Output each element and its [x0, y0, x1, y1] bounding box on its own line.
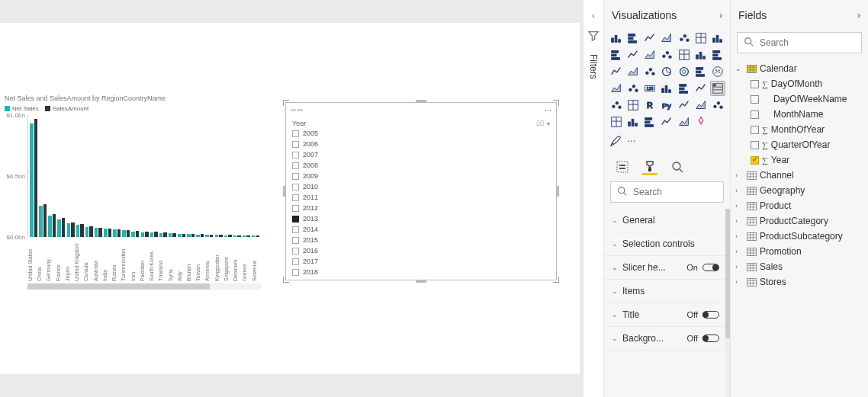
viz-type-clustered-bar-v[interactable]	[659, 30, 674, 46]
checkbox-icon[interactable]	[292, 173, 299, 180]
bar[interactable]	[67, 223, 71, 237]
report-canvas[interactable]: Net Sales and SalesAmount by RegionCount…	[0, 0, 583, 397]
field-row[interactable]: DayOfWeekName	[734, 91, 865, 107]
viz-type-r-visual[interactable]: Py	[659, 98, 674, 113]
clear-selections-icon[interactable]: ⌧	[536, 120, 544, 127]
bar-group[interactable]	[131, 115, 139, 237]
field-checkbox[interactable]	[751, 80, 759, 88]
viz-type-filled-map[interactable]	[609, 81, 624, 96]
viz-type-100-bar-h[interactable]	[677, 30, 692, 46]
chevron-down-icon[interactable]: ⌄	[612, 335, 618, 342]
viz-type-qa[interactable]	[625, 114, 641, 130]
viz-type-table[interactable]	[625, 98, 641, 113]
toggle-switch[interactable]	[702, 335, 719, 342]
slicer-item[interactable]: 2014	[292, 224, 550, 235]
viz-type-stacked-area[interactable]	[625, 47, 641, 62]
checkbox-icon[interactable]	[292, 248, 299, 255]
chevron-right-icon[interactable]: ›	[735, 217, 743, 225]
viz-type-multi-card[interactable]	[677, 81, 692, 96]
slicer-item[interactable]: 2010	[292, 181, 550, 192]
format-property-row[interactable]: ⌄Selection controls	[604, 232, 727, 256]
toggle-switch[interactable]	[702, 264, 719, 271]
checkbox-icon[interactable]	[292, 205, 299, 212]
checkbox-icon[interactable]	[292, 152, 299, 158]
viz-type-card[interactable]	[659, 81, 674, 96]
chevron-down-icon[interactable]: ⌄	[612, 240, 618, 248]
expand-filters-icon[interactable]: ‹	[592, 11, 595, 20]
bar[interactable]	[39, 206, 43, 237]
chart-horizontal-scrollbar[interactable]	[27, 283, 261, 290]
bar-group[interactable]	[113, 115, 121, 237]
viz-type-stacked-bar-v[interactable]	[625, 30, 641, 46]
slicer-item[interactable]: 2016	[292, 245, 550, 256]
fields-search-box[interactable]	[737, 32, 862, 53]
resize-handle-top-left[interactable]	[283, 100, 289, 106]
format-tab-icon[interactable]	[642, 158, 657, 175]
bar[interactable]	[127, 230, 130, 237]
viz-type-py-visual[interactable]	[677, 98, 692, 113]
viz-type-line[interactable]	[710, 30, 725, 46]
bar-group[interactable]	[95, 115, 102, 237]
slicer-dropdown-icon[interactable]: ▾	[547, 120, 550, 127]
bar[interactable]	[71, 223, 75, 237]
bar-group[interactable]	[187, 115, 194, 237]
chevron-right-icon[interactable]: ›	[735, 187, 743, 194]
chart-visual[interactable]: Net Sales and SalesAmount by RegionCount…	[5, 91, 264, 290]
slicer-item[interactable]: 2018	[292, 267, 550, 277]
bar-group[interactable]	[196, 115, 204, 237]
checkbox-icon[interactable]	[292, 216, 299, 223]
bar[interactable]	[80, 224, 84, 237]
viz-type-column-small[interactable]	[609, 64, 624, 79]
resize-handle-bottom-left[interactable]	[283, 277, 289, 283]
chevron-down-icon[interactable]: ⌄	[612, 311, 618, 319]
bar[interactable]	[57, 219, 61, 237]
slicer-item[interactable]: 2013	[292, 213, 550, 224]
bar[interactable]	[131, 232, 135, 237]
bar-group[interactable]	[122, 115, 130, 237]
viz-type-100-bar-v[interactable]	[693, 30, 709, 46]
slicer-item[interactable]: 2006	[292, 139, 550, 149]
format-property-row[interactable]: ⌄Slicer he...On	[604, 256, 727, 280]
resize-handle-right[interactable]	[557, 186, 559, 197]
fields-search-input[interactable]	[758, 37, 868, 49]
drag-grip-icon[interactable]: ══	[291, 106, 304, 114]
slicer-visual[interactable]: ══ ··· Year ⌧ ▾ 200520062007200820092010…	[285, 102, 557, 280]
viz-type-treemap[interactable]	[693, 64, 709, 79]
report-page[interactable]: Net Sales and SalesAmount by RegionCount…	[0, 23, 580, 374]
bar-group[interactable]	[141, 115, 149, 237]
bar-group[interactable]	[178, 115, 185, 237]
toggle-switch[interactable]	[702, 311, 719, 319]
viz-type-scatter2[interactable]	[642, 64, 657, 79]
viz-type-scatter[interactable]	[710, 47, 725, 62]
paint-brush-visual-icon[interactable]	[609, 133, 624, 148]
viz-type-waterfall[interactable]	[693, 47, 709, 62]
checkbox-icon[interactable]	[292, 269, 299, 276]
viz-type-pie[interactable]	[659, 64, 674, 79]
table-node[interactable]: ›Promotion	[734, 244, 865, 259]
bar[interactable]	[43, 204, 47, 237]
chevron-down-icon[interactable]: ⌄	[735, 65, 743, 72]
bar[interactable]	[104, 229, 108, 237]
format-property-row[interactable]: ⌄General	[604, 209, 727, 232]
bar[interactable]	[95, 228, 98, 237]
bar-group[interactable]	[224, 115, 232, 237]
viz-type-table2[interactable]: R	[642, 98, 657, 113]
table-node-calendar[interactable]: ⌄Calendar	[734, 61, 865, 76]
slicer-item[interactable]: 2009	[292, 171, 550, 181]
bar-group[interactable]	[57, 115, 65, 237]
bar-group[interactable]	[39, 115, 47, 237]
bar-group[interactable]	[169, 115, 176, 237]
slicer-item[interactable]: 2008	[292, 160, 550, 171]
bar-group[interactable]	[243, 115, 250, 237]
slicer-item[interactable]: 2015	[292, 235, 550, 245]
viz-type-line-column2[interactable]	[659, 47, 674, 62]
viz-type-gauge[interactable]: 123	[642, 81, 657, 96]
checkbox-icon[interactable]	[292, 130, 299, 137]
bar[interactable]	[145, 232, 149, 237]
viz-type-shape-map[interactable]	[625, 81, 641, 96]
bar[interactable]	[53, 214, 56, 237]
bar[interactable]	[48, 216, 52, 237]
field-checkbox[interactable]	[751, 156, 759, 165]
field-checkbox[interactable]	[751, 126, 759, 134]
field-row[interactable]: ∑QuarterOfYear	[734, 137, 865, 152]
